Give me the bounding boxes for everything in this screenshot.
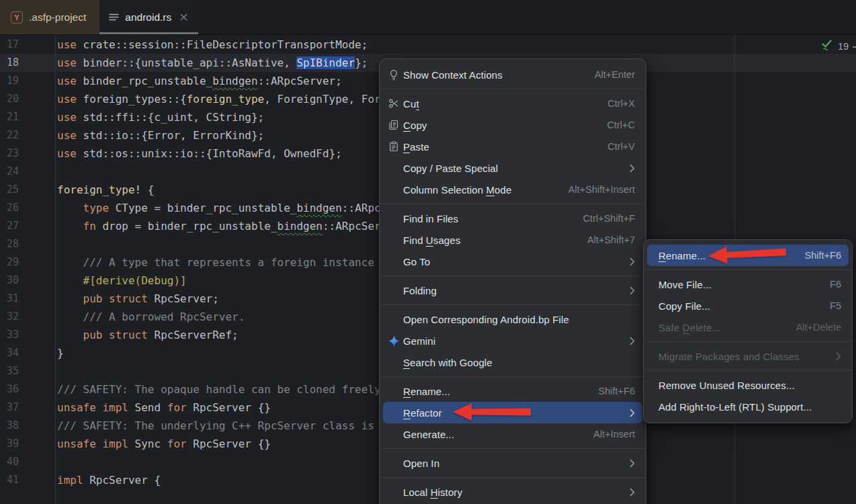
active-tab-indicator bbox=[99, 32, 198, 34]
menu-item-right: Ctrl+C bbox=[591, 120, 636, 130]
code-text: #[derive(Debug)] bbox=[51, 271, 187, 290]
menu-item-right: F5 bbox=[814, 300, 841, 311]
line-number[interactable]: 39 bbox=[0, 435, 51, 453]
close-icon[interactable] bbox=[180, 13, 187, 21]
menu-item-safe-delete[interactable]: Safe Delete...Alt+Delete bbox=[644, 317, 852, 338]
code-text: /// SAFETY: The opaque handle can be clo… bbox=[51, 380, 387, 398]
menu-item-open-corresponding-android-bp-file[interactable]: Open Corresponding Android.bp File bbox=[380, 308, 646, 330]
menu-item-folding[interactable]: Folding bbox=[380, 280, 646, 301]
menu-item-migrate-packages-and-classes[interactable]: Migrate Packages and Classes bbox=[644, 345, 852, 367]
editor-context-menu: Show Context ActionsAlt+EnterCutCtrl+XCo… bbox=[379, 58, 646, 504]
menu-item-right bbox=[613, 459, 635, 468]
chevron-right-icon bbox=[836, 352, 841, 361]
line-number[interactable]: 19 bbox=[0, 72, 51, 90]
line-number[interactable]: 26 bbox=[0, 199, 51, 217]
menu-item-column-selection-mode[interactable]: Column Selection ModeAlt+Shift+Insert bbox=[380, 179, 646, 200]
copy-icon bbox=[386, 120, 401, 130]
line-number[interactable]: 30 bbox=[0, 271, 51, 290]
menu-item-cut[interactable]: CutCtrl+X bbox=[380, 93, 646, 114]
code-text bbox=[51, 163, 57, 181]
line-number[interactable]: 40 bbox=[0, 453, 51, 471]
code-line-17[interactable]: 17use crate::session::FileDescriptorTran… bbox=[0, 36, 856, 54]
file-lines-icon bbox=[109, 13, 119, 22]
code-text: } bbox=[51, 344, 64, 362]
menu-item-label: Copy File... bbox=[658, 300, 710, 312]
menu-item-show-context-actions[interactable]: Show Context ActionsAlt+Enter bbox=[380, 64, 646, 85]
menu-item-label: Add Right-to-Left (RTL) Support... bbox=[658, 401, 812, 413]
menu-item-label: Paste bbox=[403, 141, 429, 153]
line-number[interactable]: 34 bbox=[0, 344, 51, 362]
line-number[interactable]: 38 bbox=[0, 417, 51, 435]
ide-window: Y .asfp-project android.rs 17use crate::… bbox=[0, 0, 856, 504]
menu-item-gemini[interactable]: Gemini bbox=[380, 330, 646, 351]
menu-item-find-usages[interactable]: Find UsagesAlt+Shift+7 bbox=[380, 229, 646, 251]
menu-item-shortcut: Alt+Insert bbox=[593, 429, 635, 439]
paste-icon bbox=[386, 141, 401, 152]
menu-item-label: Gemini bbox=[403, 335, 435, 347]
menu-item-generate[interactable]: Generate...Alt+Insert bbox=[380, 423, 646, 445]
line-number[interactable]: 41 bbox=[0, 471, 51, 489]
line-number[interactable]: 18 bbox=[0, 54, 51, 72]
line-number[interactable]: 32 bbox=[0, 308, 51, 326]
line-number[interactable]: 27 bbox=[0, 217, 51, 235]
menu-item-shortcut: F5 bbox=[830, 300, 841, 311]
menu-item-label: Search with Google bbox=[403, 357, 493, 368]
menu-item-shortcut: Ctrl+X bbox=[607, 98, 635, 109]
tab-android-rs[interactable]: android.rs bbox=[99, 0, 198, 34]
menu-item-label: Find in Files bbox=[403, 213, 458, 224]
menu-item-move-file[interactable]: Move File...F6 bbox=[644, 274, 852, 295]
menu-item-label: Column Selection Mode bbox=[403, 184, 511, 196]
line-number[interactable]: 33 bbox=[0, 326, 51, 344]
tab-asfp-project[interactable]: Y .asfp-project bbox=[0, 0, 99, 34]
menu-item-label: Move File... bbox=[658, 279, 712, 290]
menu-item-shortcut: Ctrl+V bbox=[607, 141, 635, 152]
line-number[interactable]: 36 bbox=[0, 380, 51, 398]
line-number[interactable]: 23 bbox=[0, 144, 51, 163]
line-number[interactable]: 29 bbox=[0, 253, 51, 271]
menu-item-right: Alt+Shift+7 bbox=[571, 235, 635, 245]
line-number[interactable]: 24 bbox=[0, 163, 51, 181]
yaml-file-icon: Y bbox=[11, 11, 23, 24]
menu-item-copy-paste-special[interactable]: Copy / Paste Special bbox=[380, 157, 646, 179]
line-number[interactable]: 17 bbox=[0, 36, 51, 54]
menu-item-shortcut: Shift+F6 bbox=[805, 250, 841, 261]
menu-item-right: Alt+Enter bbox=[579, 69, 635, 80]
menu-item-shortcut: Alt+Delete bbox=[796, 322, 841, 333]
menu-item-rename[interactable]: Rename...Shift+F6 bbox=[380, 380, 646, 402]
menu-item-right: Shift+F6 bbox=[583, 386, 635, 396]
gutter-separator bbox=[55, 36, 56, 504]
menu-item-paste[interactable]: PasteCtrl+V bbox=[380, 136, 646, 157]
line-number[interactable]: 28 bbox=[0, 235, 51, 253]
line-number[interactable]: 35 bbox=[0, 362, 51, 380]
line-number[interactable]: 21 bbox=[0, 108, 51, 126]
line-number[interactable]: 20 bbox=[0, 90, 51, 108]
line-number[interactable]: 25 bbox=[0, 181, 51, 199]
code-text: pub struct RpcServerRef; bbox=[51, 326, 239, 344]
menu-item-find-in-files[interactable]: Find in FilesCtrl+Shift+F bbox=[380, 208, 646, 229]
menu-separator bbox=[380, 376, 645, 377]
menu-item-search-with-google[interactable]: Search with Google bbox=[380, 351, 646, 373]
menu-separator bbox=[380, 448, 645, 449]
inspections-widget[interactable]: 19 bbox=[820, 39, 849, 53]
code-text: pub struct RpcServer; bbox=[51, 290, 219, 308]
code-text bbox=[51, 362, 57, 380]
menu-item-go-to[interactable]: Go To bbox=[380, 251, 646, 272]
line-number[interactable]: 37 bbox=[0, 398, 51, 417]
code-text: /// A borrowed RpcServer. bbox=[51, 308, 245, 326]
menu-item-copy-file[interactable]: Copy File...F5 bbox=[644, 295, 852, 317]
menu-item-shortcut: Alt+Enter bbox=[595, 69, 635, 80]
menu-item-shortcut: Alt+Shift+Insert bbox=[568, 184, 635, 195]
menu-item-label: Generate... bbox=[403, 429, 454, 440]
line-number[interactable]: 22 bbox=[0, 126, 51, 144]
menu-item-copy[interactable]: CopyCtrl+C bbox=[380, 114, 646, 136]
scissors-icon bbox=[386, 98, 401, 109]
menu-item-right: Alt+Delete bbox=[780, 322, 841, 333]
menu-item-local-history[interactable]: Local History bbox=[380, 481, 646, 503]
menu-item-add-right-to-left-rtl-support[interactable]: Add Right-to-Left (RTL) Support... bbox=[644, 396, 852, 417]
menu-item-label: Open In bbox=[403, 458, 439, 469]
menu-item-right: Shift+F6 bbox=[789, 250, 841, 261]
menu-item-open-in[interactable]: Open In bbox=[380, 452, 646, 474]
line-number[interactable]: 31 bbox=[0, 290, 51, 308]
menu-item-remove-unused-resources[interactable]: Remove Unused Resources... bbox=[644, 374, 852, 396]
menu-separator bbox=[380, 204, 645, 204]
